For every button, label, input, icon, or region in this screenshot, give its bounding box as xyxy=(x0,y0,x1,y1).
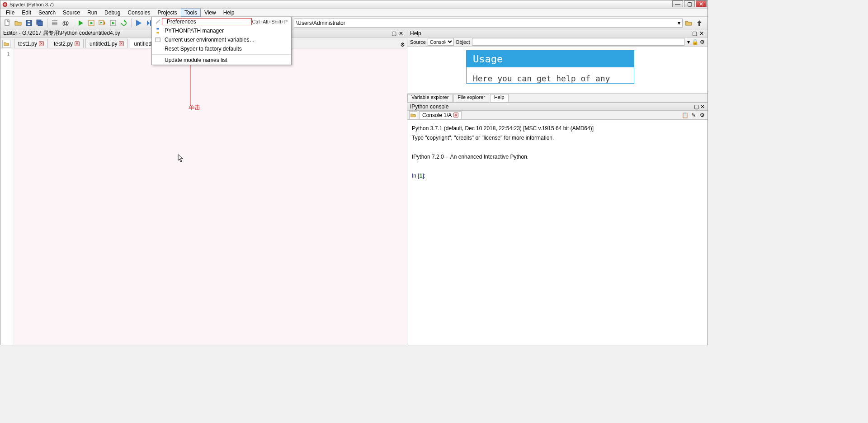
app-window: Spyder (Python 3.7) — ▢ ✕ File Edit Sear… xyxy=(0,0,708,345)
edit-icon[interactable]: ✎ xyxy=(690,112,697,119)
working-dir-path: \Users\Administrator xyxy=(296,20,345,26)
menu-consoles[interactable]: Consoles xyxy=(124,9,154,17)
menu-item-preferences[interactable]: Preferences Ctrl+Alt+Shift+P xyxy=(152,17,291,26)
svg-rect-1 xyxy=(5,20,9,25)
menu-run[interactable]: Run xyxy=(84,9,101,17)
close-panel-icon[interactable]: ✕ xyxy=(698,30,705,37)
browse-dir-button[interactable] xyxy=(684,18,693,28)
menu-debug[interactable]: Debug xyxy=(101,9,124,17)
source-label: Source xyxy=(410,39,426,45)
close-panel-icon[interactable]: ✕ xyxy=(398,30,404,37)
chevron-down-icon: ▾ xyxy=(687,39,690,45)
svg-rect-11 xyxy=(150,20,151,26)
tab-close-icon[interactable]: ✕ xyxy=(119,41,124,46)
save-all-button[interactable] xyxy=(35,18,45,28)
usage-body: Here you can get help of any xyxy=(467,67,634,83)
help-panel-header: Help ▢ ✕ xyxy=(407,29,708,38)
right-panel: Help ▢ ✕ Source Console Object ▾ 🔒 ⚙ xyxy=(407,29,708,345)
tab-close-icon[interactable]: ✕ xyxy=(453,113,458,118)
title-bar: Spyder (Python 3.7) — ▢ ✕ xyxy=(0,0,708,9)
menu-source[interactable]: Source xyxy=(59,9,84,17)
undock-icon[interactable]: ▢ xyxy=(691,30,698,37)
help-options-icon[interactable]: ⚙ xyxy=(700,39,705,45)
lines-button[interactable] xyxy=(50,18,60,28)
menu-bar: File Edit Search Source Run Debug Consol… xyxy=(0,9,708,17)
menu-search[interactable]: Search xyxy=(35,9,59,17)
tab-browse-button[interactable] xyxy=(2,40,10,48)
spyder-icon xyxy=(2,2,8,7)
run-button[interactable] xyxy=(75,18,85,28)
undock-icon[interactable]: ▢ xyxy=(391,30,397,37)
run-selection-button[interactable] xyxy=(108,18,118,28)
help-bar: Source Console Object ▾ 🔒 ⚙ xyxy=(407,38,708,47)
run-cell-button[interactable] xyxy=(86,18,96,28)
tab-variable-explorer[interactable]: Variable explorer xyxy=(407,94,453,102)
toolbar-separator xyxy=(47,19,47,28)
editor-body[interactable]: 1 xyxy=(0,48,407,345)
wrench-icon xyxy=(154,19,162,25)
svg-rect-4 xyxy=(28,21,30,22)
svg-rect-10 xyxy=(136,20,137,26)
editor-panel: Editor - G:\2017 届专用\Python code\untitle… xyxy=(0,29,407,345)
svg-rect-3 xyxy=(28,24,30,25)
svg-rect-6 xyxy=(38,21,42,26)
menu-view[interactable]: View xyxy=(201,9,220,17)
tab-close-icon[interactable]: ✕ xyxy=(75,41,80,46)
working-dir-box[interactable]: \Users\Administrator ▾ xyxy=(294,19,683,28)
tab-file-explorer[interactable]: File explorer xyxy=(453,94,489,102)
object-input[interactable] xyxy=(472,38,684,46)
code-area[interactable] xyxy=(13,48,407,345)
menu-file[interactable]: File xyxy=(2,9,18,17)
new-file-button[interactable] xyxy=(2,18,12,28)
menu-tools[interactable]: Tools xyxy=(181,9,201,17)
annotation-text: 单击 xyxy=(189,103,200,112)
maximize-button[interactable]: ▢ xyxy=(684,0,695,7)
console-tab[interactable]: Console 1/A ✕ xyxy=(419,111,462,119)
close-button[interactable]: ✕ xyxy=(696,0,707,7)
menu-item-pythonpath[interactable]: PYTHONPATH manager xyxy=(152,26,291,35)
console-options-icon[interactable]: ⚙ xyxy=(698,112,706,119)
close-panel-icon[interactable]: ✕ xyxy=(700,103,705,110)
debug-button[interactable] xyxy=(134,18,144,28)
rerun-button[interactable] xyxy=(119,18,129,28)
env-icon xyxy=(154,37,162,43)
menu-separator xyxy=(152,54,291,55)
shortcut-text: Ctrl+Alt+Shift+P xyxy=(252,19,288,24)
editor-tab[interactable]: untitled1.py✕ xyxy=(85,39,128,48)
run-cell-advance-button[interactable] xyxy=(97,18,107,28)
main-area: Editor - G:\2017 届专用\Python code\untitle… xyxy=(0,29,708,345)
tab-help[interactable]: Help xyxy=(490,94,509,102)
console-body[interactable]: Python 3.7.1 (default, Dec 10 2018, 22:5… xyxy=(407,120,708,345)
editor-tab[interactable]: test2.py✕ xyxy=(50,39,84,48)
at-button[interactable]: @ xyxy=(61,18,71,28)
toolbar-separator xyxy=(73,19,73,28)
editor-tab[interactable]: test1.py✕ xyxy=(14,39,48,48)
prompt-close: ]: xyxy=(422,173,427,179)
clipboard-icon[interactable]: 📋 xyxy=(681,112,689,119)
menu-edit[interactable]: Edit xyxy=(18,9,35,17)
lock-icon[interactable]: 🔒 xyxy=(692,39,698,45)
help-content: Usage Here you can get help of any xyxy=(407,47,708,93)
console-header: IPython console ▢ ✕ xyxy=(407,103,708,111)
console-panel: IPython console ▢ ✕ Console 1/A ✕ 📋 ✎ xyxy=(407,103,708,345)
undock-icon[interactable]: ▢ xyxy=(694,103,699,110)
menu-projects[interactable]: Projects xyxy=(154,9,181,17)
menu-item-reset[interactable]: Reset Spyder to factory defaults xyxy=(152,44,291,53)
python-icon xyxy=(154,28,162,34)
minimize-button[interactable]: — xyxy=(672,0,683,7)
tab-close-icon[interactable]: ✕ xyxy=(39,41,44,46)
parent-dir-button[interactable] xyxy=(694,18,704,28)
chevron-down-icon: ▾ xyxy=(678,20,680,26)
open-file-button[interactable] xyxy=(13,18,23,28)
menu-help[interactable]: Help xyxy=(220,9,238,17)
menu-item-update-modules[interactable]: Update module names list xyxy=(152,56,291,65)
save-button[interactable] xyxy=(24,18,34,28)
menu-item-env-vars[interactable]: Current user environment variables… xyxy=(152,35,291,44)
tools-menu-dropdown: Preferences Ctrl+Alt+Shift+P PYTHONPATH … xyxy=(151,17,292,65)
toolbar: @ \Users\Administrator ▾ xyxy=(0,17,708,29)
console-tabs: Console 1/A ✕ 📋 ✎ ⚙ xyxy=(407,111,708,120)
editor-header-text: Editor - G:\2017 届专用\Python code\untitle… xyxy=(3,29,120,37)
editor-options-icon[interactable]: ⚙ xyxy=(400,42,405,48)
console-browse-button[interactable] xyxy=(409,111,417,119)
source-select[interactable]: Console xyxy=(428,38,454,46)
